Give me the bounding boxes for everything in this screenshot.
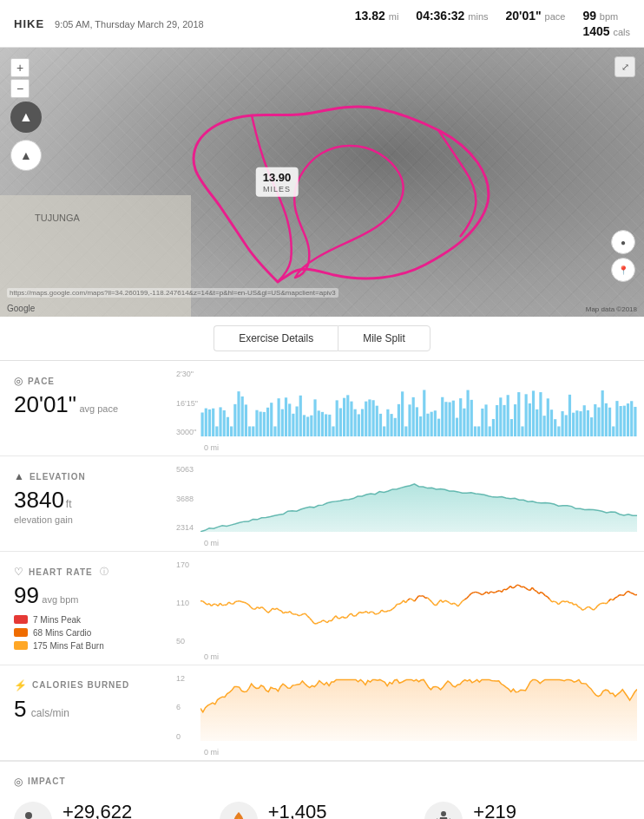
svg-point-1 [25,812,32,819]
elevation-stat-value: 3840 [14,487,64,513]
impact-label-row: ◎ IMPACT [14,776,630,788]
hr-y-top: 170 [176,560,189,569]
elevation-chart: 5063 3688 2314 0 mi [169,456,644,551]
elevation-y-top: 5063 [176,465,194,474]
pace-value: 20'01" pace [506,9,566,23]
calories-chart-area [200,674,637,741]
header-left: HIKE 9:05 AM, Thursday March 29, 2018 [14,17,204,30]
steps-icon [14,802,52,819]
calories-icon: ⚡ [14,679,27,691]
elevation-label: ELEVATION [30,472,86,482]
pace-label-row: ◎ PACE [14,375,155,387]
map-zoom-controls[interactable]: + − [10,58,30,98]
impact-steps-text: +29,622 of 38,951 steps taken [62,802,154,819]
pace-icon: ◎ [14,375,23,387]
elevation-chart-y-labels: 5063 3688 2314 [176,465,194,532]
map-url: https://maps.google.com/maps?ll=34.26019… [7,288,338,298]
map-copyright: Map data ©2018 [586,305,637,313]
hr-zone-cardio-bar [14,628,28,637]
impact-item-steps: +29,622 of 38,951 steps taken [14,802,220,819]
elevation-avg-label: elevation gain [14,514,155,525]
hr-stat-value: 99 [14,582,39,608]
hr-zones: 7 Mins Peak 68 Mins Cardio 175 Mins Fat … [14,615,155,651]
pace-label: PACE [28,377,55,386]
elevation-y-bot: 2314 [176,523,194,532]
calories-y-top: 12 [176,674,185,683]
map-distance-value: 13.90 [263,171,292,184]
calories-canvas [200,674,637,741]
elevation-chart-area [200,465,637,532]
impact-item-calories: +1,405 of 2,579 caloriesburned [220,802,425,819]
map-style-button[interactable]: ● [611,230,635,254]
header: HIKE 9:05 AM, Thursday March 29, 2018 13… [0,0,644,48]
hr-label-row: ♡ HEART RATE ⓘ [14,566,155,578]
pace-canvas [200,370,637,436]
calories-y-bot: 0 [176,732,185,741]
location-button[interactable]: ▲ [10,140,42,171]
elevation-unit: ft [66,498,72,510]
impact-items: +29,622 of 38,951 steps taken +1,405 of … [14,802,630,819]
elevation-section: ▲ ELEVATION 3840ft elevation gain 5063 3… [0,456,644,552]
hr-x-label: 0 mi [204,652,219,661]
hr-zone-peak-label: 7 Mins Peak [33,615,81,625]
hr-value: 99 avg bpm [14,583,155,608]
hr-y-bot: 50 [176,637,189,645]
map-distance-unit: MILES [263,184,292,193]
pace-y-mid: 16'15" [176,399,198,408]
map-route: TUJUNGA [0,48,644,317]
tab-bar: Exercise Details Mile Split [0,317,644,361]
hr-zone-peak-bar [14,615,28,624]
active-icon [424,802,463,819]
calories-impact-icon [220,802,258,819]
hr-avg-label: avg bpm [42,594,78,605]
elevation-y-mid: 3688 [176,495,194,503]
hr-label: HEART RATE [29,567,93,577]
hr-zone-fatburn: 175 Mins Fat Burn [14,641,155,651]
bpm-value: 99 bpm [582,9,618,23]
impact-item-minutes: +219 of 312 active minutes [424,802,630,819]
activity-type: HIKE [14,17,44,30]
expand-button[interactable]: ⤢ [614,56,635,77]
calories-label-row: ⚡ CALORIES BURNED [14,679,155,691]
zoom-out-button[interactable]: − [10,79,30,98]
pace-chart-area [200,370,637,436]
elevation-stat-left: ▲ ELEVATION 3840ft elevation gain [0,456,169,551]
map-distance-label: 13.90 MILES [256,167,299,197]
pace-stat-value: 20'01" [14,391,76,417]
heart-icon: ♡ [14,566,23,578]
header-stat-pace: 20'01" pace [506,9,566,23]
calories-value: 5 cals/min [14,697,155,722]
header-stat-distance: 13.82 mi [355,9,399,23]
impact-label: IMPACT [28,776,66,786]
duration-value: 04:36:32 mins [416,9,488,23]
hr-info-icon[interactable]: ⓘ [100,566,108,578]
header-stat-duration: 04:36:32 mins [416,9,488,23]
map-background: TUJUNGA 13.90 MILES [0,48,644,317]
impact-calories-text: +1,405 of 2,579 caloriesburned [268,802,338,819]
tab-exercise-details[interactable]: Exercise Details [214,325,338,351]
calories-impact-value: +1,405 [268,802,338,819]
zoom-in-button[interactable]: + [10,58,30,77]
minutes-value: +219 [473,802,563,819]
distance-value: 13.82 mi [355,9,399,23]
impact-minutes-text: +219 of 312 active minutes [473,802,563,819]
hr-zone-cardio-label: 68 Mins Cardio [33,628,91,638]
pace-chart: 2'30" 16'15" 3000" 0 mi [169,361,644,455]
map-bottom-controls: ● 📍 [611,230,635,282]
calories-unit: cals/min [31,707,69,719]
hr-chart-area [200,560,637,645]
pace-y-top: 2'30" [176,370,198,378]
hr-zone-fatburn-label: 175 Mins Fat Burn [33,641,104,651]
pace-stat-left: ◎ PACE 20'01" avg pace [0,361,169,455]
map-pin-button[interactable]: 📍 [611,258,635,282]
pace-section: ◎ PACE 20'01" avg pace 2'30" 16'15" 3000… [0,361,644,456]
svg-point-3 [441,811,446,816]
hr-chart: 170 110 50 0 mi [169,552,644,665]
pace-y-bot: 3000" [176,428,198,436]
map-container: TUJUNGA 13.90 MILES + − ▲ ▲ ⤢ ● 📍 https:… [0,48,644,317]
map-google-logo: Google [7,304,35,313]
calories-chart-y-labels: 12 6 0 [176,674,185,741]
tab-mile-split[interactable]: Mile Split [338,325,430,351]
compass-button[interactable]: ▲ [10,102,42,133]
impact-icon: ◎ [14,776,23,788]
